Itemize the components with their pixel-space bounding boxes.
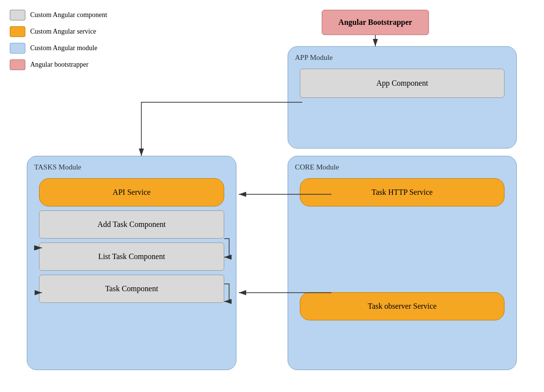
app-component-box: App Component bbox=[300, 69, 505, 98]
list-task-label: List Task Component bbox=[98, 252, 165, 261]
task-component-label: Task Component bbox=[105, 284, 158, 293]
app-module: APP Module App Component bbox=[288, 46, 517, 149]
bootstrapper-label: Angular Bootstrapper bbox=[338, 18, 412, 27]
legend-module-label: Custom Angular module bbox=[30, 44, 97, 52]
app-module-label: APP Module bbox=[295, 54, 509, 62]
legend-module: Custom Angular module bbox=[10, 43, 107, 54]
http-service-box: Task HTTP Service bbox=[300, 178, 505, 206]
api-service-label: API Service bbox=[113, 188, 151, 197]
api-service-box: API Service bbox=[39, 178, 224, 206]
legend-bootstrapper-label: Angular bootstrapper bbox=[30, 61, 88, 69]
legend-service: Custom Angular service bbox=[10, 26, 107, 37]
legend-bootstrapper: Angular bootstrapper bbox=[10, 59, 107, 70]
legend-component-label: Custom Angular component bbox=[30, 11, 107, 19]
legend-component: Custom Angular component bbox=[10, 10, 107, 20]
tasks-module-label: TASKS Module bbox=[34, 163, 229, 171]
legend-service-box bbox=[10, 26, 25, 37]
observer-service-label: Task observer Service bbox=[368, 302, 436, 311]
legend: Custom Angular component Custom Angular … bbox=[10, 10, 107, 70]
http-service-label: Task HTTP Service bbox=[371, 188, 432, 197]
legend-component-box bbox=[10, 10, 25, 20]
diagram-container: Custom Angular component Custom Angular … bbox=[0, 0, 544, 392]
app-component-label: App Component bbox=[376, 79, 428, 88]
core-module: CORE Module Task HTTP Service Task obser… bbox=[288, 156, 517, 370]
core-module-label: CORE Module bbox=[295, 163, 509, 171]
legend-module-box bbox=[10, 43, 25, 54]
add-task-box: Add Task Component bbox=[39, 210, 224, 239]
legend-service-label: Custom Angular service bbox=[30, 28, 96, 36]
add-task-label: Add Task Component bbox=[97, 220, 166, 229]
task-component-box: Task Component bbox=[39, 275, 224, 303]
legend-bootstrapper-box bbox=[10, 59, 25, 70]
observer-service-box: Task observer Service bbox=[300, 292, 505, 320]
list-task-box: List Task Component bbox=[39, 243, 224, 271]
tasks-module: TASKS Module API Service Add Task Compon… bbox=[27, 156, 236, 370]
bootstrapper-box: Angular Bootstrapper bbox=[322, 10, 429, 35]
